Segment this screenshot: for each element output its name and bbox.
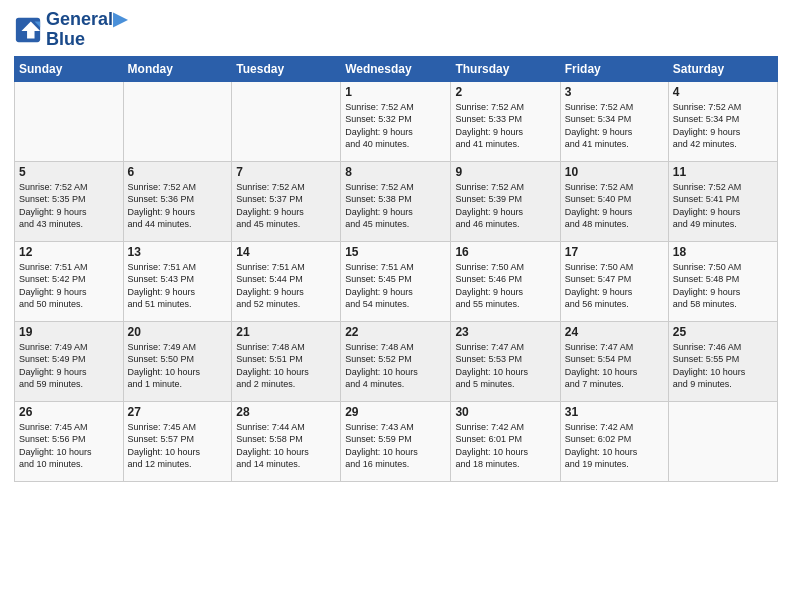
- day-cell: 18Sunrise: 7:50 AM Sunset: 5:48 PM Dayli…: [668, 241, 777, 321]
- week-row-3: 12Sunrise: 7:51 AM Sunset: 5:42 PM Dayli…: [15, 241, 778, 321]
- day-cell: 11Sunrise: 7:52 AM Sunset: 5:41 PM Dayli…: [668, 161, 777, 241]
- day-cell: 12Sunrise: 7:51 AM Sunset: 5:42 PM Dayli…: [15, 241, 124, 321]
- day-cell: 27Sunrise: 7:45 AM Sunset: 5:57 PM Dayli…: [123, 401, 232, 481]
- day-cell: 5Sunrise: 7:52 AM Sunset: 5:35 PM Daylig…: [15, 161, 124, 241]
- day-number: 28: [236, 405, 336, 419]
- day-number: 19: [19, 325, 119, 339]
- day-info: Sunrise: 7:48 AM Sunset: 5:52 PM Dayligh…: [345, 341, 446, 391]
- day-header-sunday: Sunday: [15, 56, 124, 81]
- day-cell: 21Sunrise: 7:48 AM Sunset: 5:51 PM Dayli…: [232, 321, 341, 401]
- week-row-2: 5Sunrise: 7:52 AM Sunset: 5:35 PM Daylig…: [15, 161, 778, 241]
- day-header-wednesday: Wednesday: [341, 56, 451, 81]
- day-cell: 31Sunrise: 7:42 AM Sunset: 6:02 PM Dayli…: [560, 401, 668, 481]
- day-info: Sunrise: 7:48 AM Sunset: 5:51 PM Dayligh…: [236, 341, 336, 391]
- day-info: Sunrise: 7:52 AM Sunset: 5:37 PM Dayligh…: [236, 181, 336, 231]
- day-cell: 13Sunrise: 7:51 AM Sunset: 5:43 PM Dayli…: [123, 241, 232, 321]
- day-header-saturday: Saturday: [668, 56, 777, 81]
- day-cell: 16Sunrise: 7:50 AM Sunset: 5:46 PM Dayli…: [451, 241, 560, 321]
- day-number: 23: [455, 325, 555, 339]
- day-number: 3: [565, 85, 664, 99]
- logo-icon: [14, 16, 42, 44]
- day-info: Sunrise: 7:50 AM Sunset: 5:46 PM Dayligh…: [455, 261, 555, 311]
- day-cell: 6Sunrise: 7:52 AM Sunset: 5:36 PM Daylig…: [123, 161, 232, 241]
- day-info: Sunrise: 7:52 AM Sunset: 5:40 PM Dayligh…: [565, 181, 664, 231]
- week-row-4: 19Sunrise: 7:49 AM Sunset: 5:49 PM Dayli…: [15, 321, 778, 401]
- day-info: Sunrise: 7:52 AM Sunset: 5:32 PM Dayligh…: [345, 101, 446, 151]
- day-cell: 22Sunrise: 7:48 AM Sunset: 5:52 PM Dayli…: [341, 321, 451, 401]
- day-number: 13: [128, 245, 228, 259]
- day-info: Sunrise: 7:42 AM Sunset: 6:01 PM Dayligh…: [455, 421, 555, 471]
- day-number: 12: [19, 245, 119, 259]
- day-info: Sunrise: 7:52 AM Sunset: 5:34 PM Dayligh…: [673, 101, 773, 151]
- day-number: 15: [345, 245, 446, 259]
- day-number: 16: [455, 245, 555, 259]
- day-number: 26: [19, 405, 119, 419]
- day-cell: 20Sunrise: 7:49 AM Sunset: 5:50 PM Dayli…: [123, 321, 232, 401]
- day-number: 31: [565, 405, 664, 419]
- day-cell: 25Sunrise: 7:46 AM Sunset: 5:55 PM Dayli…: [668, 321, 777, 401]
- day-info: Sunrise: 7:50 AM Sunset: 5:48 PM Dayligh…: [673, 261, 773, 311]
- day-info: Sunrise: 7:47 AM Sunset: 5:53 PM Dayligh…: [455, 341, 555, 391]
- day-header-thursday: Thursday: [451, 56, 560, 81]
- day-cell: 30Sunrise: 7:42 AM Sunset: 6:01 PM Dayli…: [451, 401, 560, 481]
- day-number: 14: [236, 245, 336, 259]
- day-cell: 3Sunrise: 7:52 AM Sunset: 5:34 PM Daylig…: [560, 81, 668, 161]
- day-cell: 24Sunrise: 7:47 AM Sunset: 5:54 PM Dayli…: [560, 321, 668, 401]
- day-cell: 15Sunrise: 7:51 AM Sunset: 5:45 PM Dayli…: [341, 241, 451, 321]
- day-cell: 19Sunrise: 7:49 AM Sunset: 5:49 PM Dayli…: [15, 321, 124, 401]
- day-info: Sunrise: 7:52 AM Sunset: 5:33 PM Dayligh…: [455, 101, 555, 151]
- logo-text: General▶ Blue: [46, 10, 127, 50]
- day-number: 2: [455, 85, 555, 99]
- day-number: 29: [345, 405, 446, 419]
- day-cell: [668, 401, 777, 481]
- day-number: 17: [565, 245, 664, 259]
- logo: General▶ Blue: [14, 10, 127, 50]
- day-cell: 23Sunrise: 7:47 AM Sunset: 5:53 PM Dayli…: [451, 321, 560, 401]
- day-cell: 2Sunrise: 7:52 AM Sunset: 5:33 PM Daylig…: [451, 81, 560, 161]
- day-cell: 4Sunrise: 7:52 AM Sunset: 5:34 PM Daylig…: [668, 81, 777, 161]
- day-number: 6: [128, 165, 228, 179]
- day-cell: 8Sunrise: 7:52 AM Sunset: 5:38 PM Daylig…: [341, 161, 451, 241]
- day-info: Sunrise: 7:51 AM Sunset: 5:42 PM Dayligh…: [19, 261, 119, 311]
- day-cell: 10Sunrise: 7:52 AM Sunset: 5:40 PM Dayli…: [560, 161, 668, 241]
- week-row-5: 26Sunrise: 7:45 AM Sunset: 5:56 PM Dayli…: [15, 401, 778, 481]
- day-number: 24: [565, 325, 664, 339]
- day-number: 9: [455, 165, 555, 179]
- day-cell: 29Sunrise: 7:43 AM Sunset: 5:59 PM Dayli…: [341, 401, 451, 481]
- day-cell: [232, 81, 341, 161]
- day-number: 1: [345, 85, 446, 99]
- day-cell: 28Sunrise: 7:44 AM Sunset: 5:58 PM Dayli…: [232, 401, 341, 481]
- day-cell: 1Sunrise: 7:52 AM Sunset: 5:32 PM Daylig…: [341, 81, 451, 161]
- day-number: 11: [673, 165, 773, 179]
- day-number: 4: [673, 85, 773, 99]
- day-info: Sunrise: 7:49 AM Sunset: 5:49 PM Dayligh…: [19, 341, 119, 391]
- day-header-tuesday: Tuesday: [232, 56, 341, 81]
- day-header-monday: Monday: [123, 56, 232, 81]
- day-info: Sunrise: 7:45 AM Sunset: 5:56 PM Dayligh…: [19, 421, 119, 471]
- calendar-header-row: SundayMondayTuesdayWednesdayThursdayFrid…: [15, 56, 778, 81]
- day-number: 27: [128, 405, 228, 419]
- day-number: 21: [236, 325, 336, 339]
- day-number: 10: [565, 165, 664, 179]
- day-number: 8: [345, 165, 446, 179]
- day-cell: [15, 81, 124, 161]
- day-info: Sunrise: 7:51 AM Sunset: 5:43 PM Dayligh…: [128, 261, 228, 311]
- day-header-friday: Friday: [560, 56, 668, 81]
- day-cell: 17Sunrise: 7:50 AM Sunset: 5:47 PM Dayli…: [560, 241, 668, 321]
- calendar-body: 1Sunrise: 7:52 AM Sunset: 5:32 PM Daylig…: [15, 81, 778, 481]
- day-number: 25: [673, 325, 773, 339]
- day-info: Sunrise: 7:44 AM Sunset: 5:58 PM Dayligh…: [236, 421, 336, 471]
- day-number: 5: [19, 165, 119, 179]
- day-info: Sunrise: 7:52 AM Sunset: 5:35 PM Dayligh…: [19, 181, 119, 231]
- day-info: Sunrise: 7:46 AM Sunset: 5:55 PM Dayligh…: [673, 341, 773, 391]
- day-info: Sunrise: 7:51 AM Sunset: 5:44 PM Dayligh…: [236, 261, 336, 311]
- day-info: Sunrise: 7:49 AM Sunset: 5:50 PM Dayligh…: [128, 341, 228, 391]
- day-info: Sunrise: 7:52 AM Sunset: 5:36 PM Dayligh…: [128, 181, 228, 231]
- day-cell: 9Sunrise: 7:52 AM Sunset: 5:39 PM Daylig…: [451, 161, 560, 241]
- week-row-1: 1Sunrise: 7:52 AM Sunset: 5:32 PM Daylig…: [15, 81, 778, 161]
- day-cell: 7Sunrise: 7:52 AM Sunset: 5:37 PM Daylig…: [232, 161, 341, 241]
- day-number: 18: [673, 245, 773, 259]
- day-info: Sunrise: 7:52 AM Sunset: 5:41 PM Dayligh…: [673, 181, 773, 231]
- day-info: Sunrise: 7:47 AM Sunset: 5:54 PM Dayligh…: [565, 341, 664, 391]
- day-number: 22: [345, 325, 446, 339]
